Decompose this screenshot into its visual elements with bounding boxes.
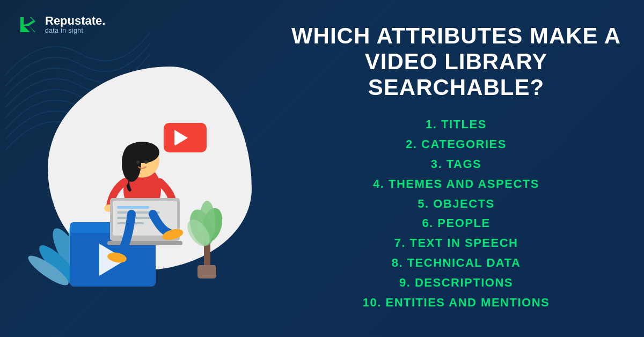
main-title: WHICH ATTRIBUTES MAKE A VIDEO LIBRARY SE… [290,23,623,101]
list-item-5: 5. OBJECTS [363,196,550,213]
brand-name: Repustate. [45,15,105,27]
list-item-3: 3. TAGS [363,156,550,173]
logo: Repustate. data in sight [16,13,105,36]
list-item-10: 10. ENTITIES AND MENTIONS [363,295,550,311]
list-item-7: 7. TEXT IN SPEECH [363,235,550,252]
attributes-list: 1. TITLES 2. CATEGORIES 3. TAGS 4. THEME… [363,116,550,314]
illustration-panel [0,0,279,337]
title-line2: VIDEO LIBRARY SEARCHABLE? [365,49,547,100]
brand-tagline: data in sight [45,27,105,34]
title-line1: WHICH ATTRIBUTES MAKE A [291,23,621,48]
svg-rect-22 [107,241,182,245]
logo-icon [16,13,40,36]
svg-rect-20 [117,217,155,219]
main-container: Repustate. data in sight [0,0,644,337]
main-illustration [27,40,252,297]
svg-rect-18 [117,206,149,209]
svg-point-14 [144,160,148,164]
svg-rect-29 [197,265,216,279]
list-item-4: 4. THEMES AND ASPECTS [363,176,550,193]
list-item-8: 8. TECHNICAL DATA [363,255,550,272]
list-item-6: 6. PEOPLE [363,215,550,232]
logo-text: Repustate. data in sight [45,15,105,34]
list-item-1: 1. TITLES [363,116,550,133]
content-panel: WHICH ATTRIBUTES MAKE A VIDEO LIBRARY SE… [279,0,644,337]
svg-point-13 [136,160,140,164]
list-item-9: 9. DESCRIPTIONS [363,275,550,291]
list-item-2: 2. CATEGORIES [363,136,550,153]
